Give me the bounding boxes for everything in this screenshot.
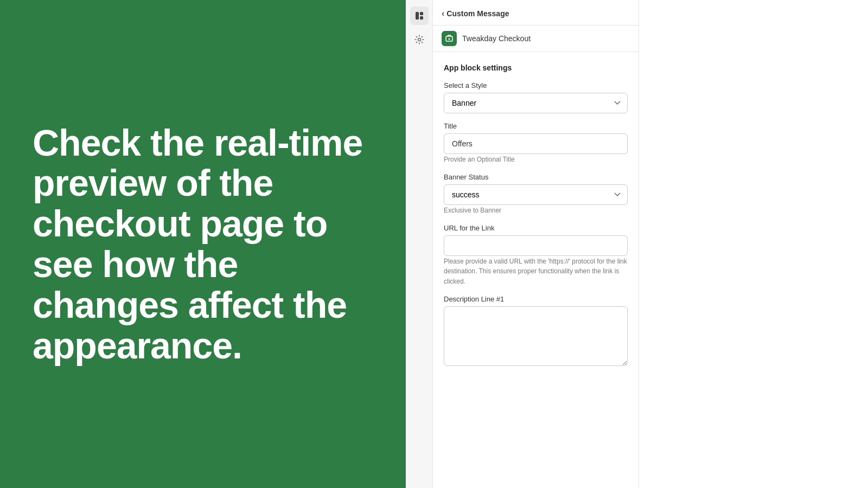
banner-status-select[interactable]: success info warning error	[444, 184, 628, 205]
title-label: Title	[444, 122, 628, 130]
section-title: App block settings	[444, 63, 628, 73]
app-icon	[442, 31, 457, 46]
svg-rect-0	[416, 12, 419, 20]
style-select[interactable]: Banner Inline Popup	[444, 93, 628, 113]
url-label: URL for the Link	[444, 224, 628, 232]
app-name-label: Tweakday Checkout	[462, 34, 531, 43]
style-field-group: Select a Style Banner Inline Popup	[444, 81, 628, 113]
header-title: Custom Message	[446, 9, 509, 18]
url-hint: Please provide a valid URL with the 'htt…	[444, 258, 627, 286]
description-label: Description Line #1	[444, 295, 628, 303]
banner-status-hint: Exclusive to Banner	[444, 207, 501, 214]
back-button[interactable]: ‹ Custom Message	[442, 9, 509, 18]
back-arrow-icon: ‹	[442, 9, 444, 18]
style-label: Select a Style	[444, 81, 628, 89]
title-hint: Provide an Optional Title	[444, 156, 515, 163]
settings-icon-btn[interactable]	[410, 30, 429, 49]
banner-status-label: Banner Status	[444, 173, 628, 181]
banner-status-field-group: Banner Status success info warning error…	[444, 173, 628, 215]
svg-rect-1	[420, 12, 423, 15]
title-field-group: Title Provide an Optional Title	[444, 122, 628, 164]
url-field-group: URL for the Link Please provide a valid …	[444, 224, 628, 286]
svg-point-3	[418, 38, 420, 41]
description-field-group: Description Line #1	[444, 295, 628, 368]
settings-body: App block settings Select a Style Banner…	[433, 52, 639, 379]
settings-panel: ‹ Custom Message Tweakday Checkout App b…	[433, 0, 639, 488]
middle-area: ‹ Custom Message Tweakday Checkout App b…	[406, 0, 868, 488]
left-panel: Check the real-time preview of the check…	[0, 0, 406, 488]
icon-sidebar	[406, 0, 433, 488]
title-input[interactable]	[444, 133, 628, 154]
settings-header: ‹ Custom Message	[433, 0, 639, 25]
layout-icon-btn[interactable]	[410, 7, 429, 25]
app-info: Tweakday Checkout	[433, 25, 639, 52]
hero-text: Check the real-time preview of the check…	[33, 123, 373, 366]
description-textarea[interactable]	[444, 306, 628, 366]
svg-rect-2	[420, 16, 423, 20]
url-input[interactable]	[444, 235, 628, 256]
